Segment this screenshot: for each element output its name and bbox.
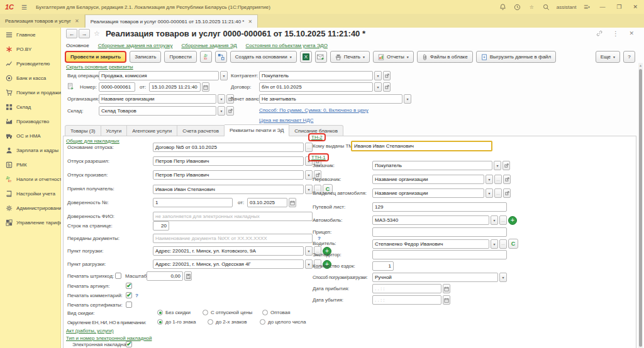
close-tab-icon[interactable]: ✕: [75, 18, 79, 24]
print-certificates-checkbox[interactable]: [126, 302, 132, 308]
transferred-docs-field[interactable]: Наименование документа №XX от XX.XX.XXXX: [153, 234, 313, 243]
poa-fio-field[interactable]: не заполняется для электронных накладных: [153, 212, 313, 221]
hide-requisites-link[interactable]: Скрыть основные реквизиты: [66, 64, 133, 70]
favorite-star-icon[interactable]: ☆: [94, 30, 100, 38]
operation-field[interactable]: Продажа, комиссия ▾: [99, 71, 228, 80]
radio-icon[interactable]: [157, 319, 163, 325]
dropdown-icon[interactable]: ▾: [374, 82, 382, 92]
open-link-icon[interactable]: [502, 161, 510, 170]
dropdown-icon[interactable]: ▾: [305, 259, 313, 269]
radio-icon[interactable]: [157, 310, 163, 315]
route-sheet-field[interactable]: 129: [372, 202, 507, 212]
minimize-button[interactable]: —: [597, 4, 608, 10]
act-link[interactable]: Акт (работы, услуги): [66, 328, 114, 334]
receiver-field[interactable]: Иванов Иван Степанович ▾ … C: [153, 184, 333, 194]
scroll-up-icon[interactable]: ▲: [638, 63, 643, 68]
unloading-point-field[interactable]: Адрес: 220021, г. Минск, ул. Одесская 4Г…: [153, 259, 331, 269]
driver-field[interactable]: Степаненко Федор Иванович ▾ … C: [372, 239, 518, 249]
loading-point-field[interactable]: Адрес: 220021, г. Минск, ул. Котовского,…: [153, 246, 331, 256]
get-link-icon[interactable]: [596, 30, 602, 38]
e-waybill-type-link[interactable]: Тип и номер электронной накладной: [66, 335, 152, 341]
sidebar-item-poby[interactable]: PO.BY: [0, 42, 60, 57]
calendar-icon[interactable]: [443, 295, 450, 305]
open-link-icon[interactable]: [383, 82, 391, 92]
choose-dots-icon[interactable]: …: [499, 215, 507, 225]
dropdown-icon[interactable]: ▾: [499, 273, 507, 282]
dropdown-icon[interactable]: ▾: [305, 170, 313, 180]
sidebar-item-main[interactable]: Главное: [0, 28, 60, 42]
basis-field[interactable]: Договор №5 от 03.10.2025 …: [153, 143, 313, 152]
back-button[interactable]: ←: [66, 29, 77, 38]
sidebar-item-purchases-sales[interactable]: Покупки и продажи: [0, 85, 60, 100]
tmc-issued-field[interactable]: Иванов Иван Степанович: [351, 141, 492, 151]
send-email-icon[interactable]: [315, 51, 327, 63]
radio-icon[interactable]: [262, 310, 268, 315]
forward-button[interactable]: →: [79, 29, 90, 38]
choose-dots-icon[interactable]: …: [499, 239, 507, 249]
nav-link-edo-states[interactable]: Состояния по объектам учета ЭДО: [246, 43, 328, 48]
open-link-icon[interactable]: [503, 188, 511, 198]
nav-link-assembly-ed[interactable]: Сборочные задания ЭД: [181, 43, 236, 48]
sidebar-item-tariff[interactable]: Управление тарифом: [0, 215, 60, 230]
poa-date-field[interactable]: 03.10.2025: [247, 198, 296, 207]
calculator-icon[interactable]: [184, 271, 192, 281]
app-tab-list[interactable]: Реализация товаров и услуг ✕: [0, 14, 85, 28]
set-number-icon[interactable]: [67, 83, 74, 91]
scale-field[interactable]: 0,00: [147, 271, 192, 281]
app-tab-document[interactable]: Реализация товаров и услуг 0000-000061 о…: [85, 14, 258, 28]
close-form-icon[interactable]: ✕: [629, 30, 634, 36]
ttn1-link[interactable]: ТТН-1: [308, 153, 329, 161]
calendar-icon[interactable]: [289, 198, 296, 207]
scrollbar-thumb[interactable]: [639, 69, 642, 347]
nav-main[interactable]: Основное: [66, 43, 89, 48]
discount-option-from-price[interactable]: С отпускной цены: [203, 310, 252, 315]
tab-goods[interactable]: Товары (3): [65, 125, 101, 136]
open-link-icon[interactable]: [383, 71, 391, 80]
close-tab-icon[interactable]: ✕: [248, 19, 252, 24]
dropdown-icon[interactable]: ▾: [220, 71, 228, 80]
reports-button[interactable]: Отчеты▾: [373, 51, 414, 63]
tab-services[interactable]: Услуги: [101, 125, 128, 136]
print-comment-checkbox[interactable]: [126, 292, 132, 298]
vertical-scrollbar[interactable]: ▲: [638, 63, 643, 348]
excel-export-icon[interactable]: X: [300, 51, 312, 63]
radio-icon[interactable]: [208, 319, 213, 325]
rounding-option-2digits[interactable]: до 2-х знаков: [208, 319, 247, 325]
rows-per-page-field[interactable]: 20: [153, 221, 169, 231]
choose-dots-icon[interactable]: …: [494, 188, 502, 198]
rounding-option-integer[interactable]: до целого числа: [260, 319, 306, 325]
dropdown-icon[interactable]: ▾: [404, 94, 411, 104]
sidebar-item-taxes[interactable]: ДтКт Налоги и отчетность: [0, 172, 60, 187]
sidebar-item-production[interactable]: Производство: [0, 114, 60, 129]
user-name[interactable]: assistant: [557, 4, 577, 10]
more-button[interactable]: Еще▾: [596, 51, 620, 63]
contract-field[interactable]: б/н от 01.10.2025 ▾: [259, 82, 391, 92]
arrival-date-field[interactable]: . . : :: [372, 284, 450, 293]
dropdown-icon[interactable]: ▾: [218, 106, 225, 116]
create-based-on-button[interactable]: Создать на основании▾: [230, 51, 297, 63]
cloud-files-button[interactable]: Файлы в облаке: [417, 51, 473, 63]
price-vat-link[interactable]: Цена не включает НДС: [259, 117, 314, 123]
departure-date-field[interactable]: . . : :: [372, 295, 450, 305]
vat-method-link[interactable]: Способ: По сумме, Сумма: 0, Включено в ц…: [259, 107, 369, 113]
sidebar-item-payroll[interactable]: Зарплата и кадры: [0, 143, 60, 158]
sidebar-item-manager[interactable]: Руководителю: [0, 57, 60, 71]
rounding-option-1digit[interactable]: до 1-го знака: [157, 319, 196, 325]
main-menu-icon[interactable]: ☰: [21, 4, 27, 11]
radio-icon[interactable]: [203, 310, 208, 315]
post-and-close-button[interactable]: Провести и закрыть: [65, 51, 126, 63]
search-icon[interactable]: [542, 3, 550, 11]
dropdown-icon[interactable]: ▾: [486, 188, 493, 198]
trailer-field[interactable]: [372, 227, 507, 237]
export-data-button[interactable]: Выгрузить данные в файл: [476, 51, 557, 63]
calendar-icon[interactable]: [443, 284, 450, 293]
sidebar-item-rmk[interactable]: РМК: [0, 158, 60, 172]
customer-field[interactable]: Покупатель ▾: [372, 161, 510, 170]
warehouse-field[interactable]: Склад Товаров ▾: [99, 106, 234, 116]
forwarder-field[interactable]: [372, 250, 507, 259]
discount-option-none[interactable]: Без скидки: [157, 310, 191, 315]
sidebar-item-bank[interactable]: Банк и касса: [0, 71, 60, 85]
dropdown-icon[interactable]: ▾: [494, 161, 501, 170]
close-window-button[interactable]: ✕: [630, 4, 640, 10]
notifications-bell-icon[interactable]: [499, 3, 507, 11]
